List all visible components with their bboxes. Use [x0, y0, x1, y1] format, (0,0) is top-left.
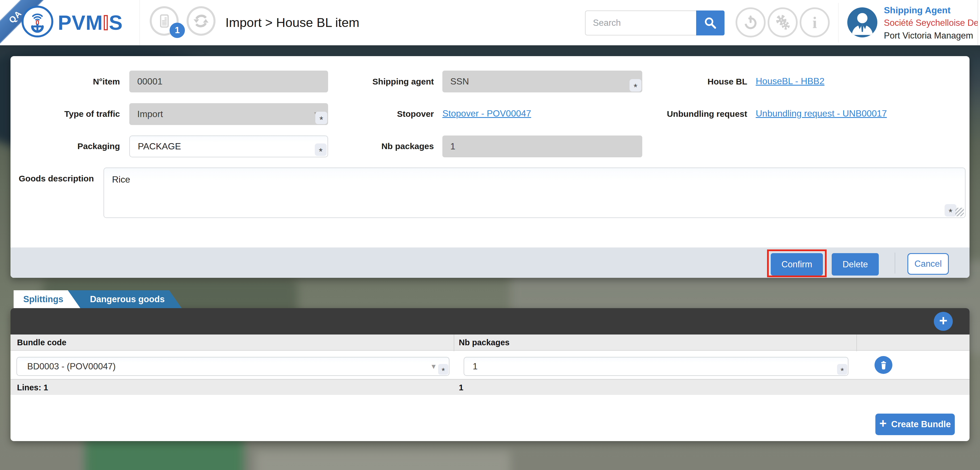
nb-packages-label: Nb packages	[348, 141, 434, 151]
bundle-code-select[interactable]: BD0003 - (POV00047) ▼ *	[16, 357, 449, 376]
search-button[interactable]	[696, 11, 724, 35]
splittings-table-footer: Lines: 1 1	[11, 379, 969, 395]
row-nb-packages-value: 1	[473, 361, 477, 372]
pvmis-logo[interactable]	[22, 6, 53, 37]
nb-packages-field: 1	[442, 135, 642, 157]
shipping-agent-value: SSN	[450, 76, 469, 87]
info-button[interactable]: i	[800, 7, 830, 37]
splitting-row: BD0003 - (POV00047) ▼ * 1 *	[11, 351, 969, 379]
refresh-icon	[192, 12, 210, 30]
environment-ribbon-label: QA	[7, 8, 24, 25]
action-bar-divider	[895, 252, 895, 273]
packaging-input[interactable]: PACKAGE *	[129, 135, 328, 157]
header-divider	[838, 3, 838, 43]
required-marker: *	[315, 112, 327, 124]
anchor-signal-icon	[25, 10, 49, 34]
unbundling-request-link[interactable]: Unbundling request - UNB00017	[756, 108, 887, 119]
type-of-traffic-select: Import ▼ *	[129, 103, 328, 125]
house-bl-label: House BL	[662, 77, 747, 86]
user-role: Shipping Agent	[884, 4, 978, 16]
required-marker: *	[945, 204, 956, 217]
bundle-code-value: BD0003 - (POV00047)	[27, 361, 116, 372]
search-input[interactable]	[585, 11, 696, 35]
splittings-panel: + Bundle code Nb packages BD0003 - (POV0…	[11, 308, 969, 441]
documents-count-badge: 1	[170, 23, 185, 38]
delete-row-button[interactable]	[875, 356, 892, 374]
unbundling-request-label: Unbundling request	[662, 109, 747, 119]
brand-part-pvm: PVM	[58, 11, 103, 34]
logout-button[interactable]	[735, 7, 765, 37]
power-icon	[742, 14, 759, 31]
splittings-table-header: Bundle code Nb packages	[11, 335, 969, 351]
cancel-button[interactable]: Cancel	[907, 253, 949, 275]
create-bundle-button[interactable]: + Create Bundle	[875, 414, 955, 435]
user-organization: Port Victoria Managem	[884, 29, 978, 42]
user-avatar[interactable]	[847, 7, 877, 37]
photo-shape	[255, 451, 511, 470]
search-icon	[703, 16, 717, 30]
page-title: Import > House BL item	[226, 0, 359, 45]
n-item-label: N°item	[35, 77, 120, 86]
plus-icon: +	[879, 424, 887, 425]
nb-packages-total: 1	[459, 379, 463, 395]
chevron-down-icon: ▼	[430, 362, 437, 370]
settings-button[interactable]	[768, 7, 798, 37]
user-company: Société Seychelloise De	[884, 16, 978, 29]
create-bundle-label: Create Bundle	[891, 419, 951, 429]
trash-icon	[878, 360, 889, 370]
tab-dangerous-goods[interactable]: Dangerous goods	[67, 290, 182, 308]
stopover-link[interactable]: Stopover - POV00047	[442, 108, 531, 119]
resize-grip-icon[interactable]	[955, 208, 964, 216]
top-header: QA PVMIS	[0, 0, 980, 45]
row-nb-packages-input[interactable]: 1 *	[464, 357, 848, 376]
info-icon: i	[812, 13, 817, 32]
house-bl-link[interactable]: HouseBL - HBB2	[756, 76, 824, 86]
stopover-label: Stopover	[348, 109, 434, 119]
n-item-field: 00001	[129, 71, 328, 92]
app-root: QA PVMIS	[0, 0, 980, 470]
person-icon	[847, 7, 877, 37]
type-of-traffic-value: Import	[137, 109, 163, 119]
packaging-value: PACKAGE	[138, 141, 181, 152]
required-marker: *	[837, 364, 847, 375]
delete-button[interactable]: Delete	[832, 253, 879, 276]
house-bl-item-form-panel: N°item 00001 Shipping agent SSN * House …	[11, 56, 969, 278]
brand-part-i: I	[103, 11, 109, 34]
gears-icon	[774, 14, 791, 31]
brand-part-s: S	[109, 11, 123, 34]
header-edge-divider	[978, 0, 978, 45]
confirm-button[interactable]: Confirm	[771, 253, 823, 276]
refresh-button[interactable]	[186, 6, 215, 36]
goods-description-textarea[interactable]: Rice *	[103, 168, 966, 218]
global-search	[585, 11, 724, 35]
user-info: Shipping Agent Société Seychelloise De P…	[884, 4, 978, 44]
column-header-bundle-code: Bundle code	[17, 335, 66, 351]
splittings-toolbar: +	[11, 308, 969, 335]
n-item-value: 00001	[137, 76, 162, 87]
shipping-agent-label: Shipping agent	[348, 77, 434, 86]
column-header-nb-packages: Nb packages	[459, 335, 509, 351]
add-splitting-button[interactable]: +	[934, 312, 953, 331]
required-marker: *	[315, 143, 327, 156]
packaging-label: Packaging	[35, 141, 120, 151]
nb-packages-value: 1	[450, 141, 455, 152]
required-marker: *	[438, 364, 448, 375]
shipping-agent-field: SSN *	[442, 71, 642, 92]
lines-count: Lines: 1	[17, 379, 48, 395]
goods-description-label: Goods description	[11, 174, 94, 183]
brand-wordmark: PVMIS	[58, 0, 123, 45]
goods-description-value: Rice	[112, 174, 130, 184]
type-of-traffic-label: Type of traffic	[35, 109, 120, 119]
form-action-bar: Confirm Delete Cancel	[11, 248, 969, 278]
photo-shape	[85, 437, 244, 470]
required-marker: *	[630, 79, 641, 92]
detail-tabs: Splittings Dangerous goods	[14, 290, 182, 308]
